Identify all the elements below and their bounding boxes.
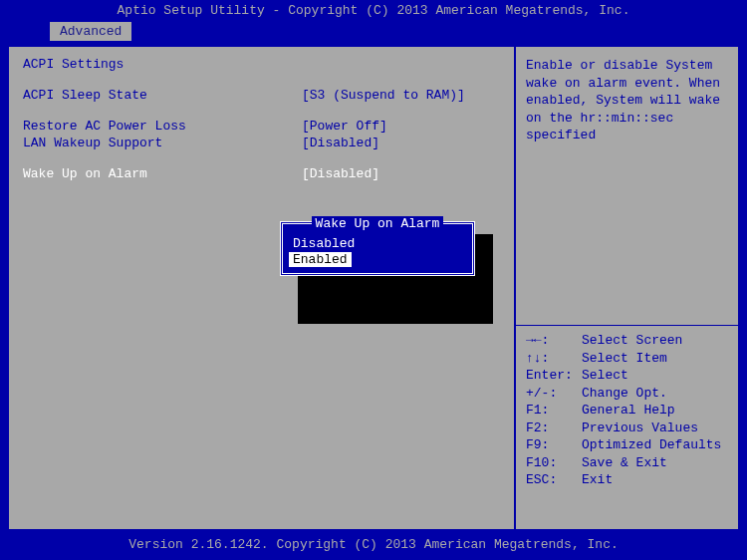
popup-wake-up-on-alarm: Wake Up on Alarm Disabled Enabled: [280, 221, 475, 276]
panel-divider: [516, 325, 738, 326]
popup-title: Wake Up on Alarm: [289, 216, 466, 231]
nav-select-item: ↑↓:Select Item: [526, 350, 728, 368]
row-wake-up-on-alarm[interactable]: Wake Up on Alarm [Disabled]: [23, 166, 500, 181]
main-frame: ACPI Settings ACPI Sleep State [S3 (Susp…: [6, 44, 741, 532]
setting-label: ACPI Sleep State: [23, 88, 302, 103]
nav-exit: ESC:Exit: [526, 471, 728, 489]
row-acpi-sleep-state[interactable]: ACPI Sleep State [S3 (Suspend to RAM)]: [23, 88, 500, 103]
nav-previous-values: F2:Previous Values: [526, 420, 728, 437]
setting-value: [Disabled]: [302, 136, 379, 150]
row-lan-wakeup-support[interactable]: LAN Wakeup Support [Disabled]: [23, 136, 500, 150]
section-title: ACPI Settings: [23, 57, 500, 72]
settings-panel: ACPI Settings ACPI Sleep State [S3 (Susp…: [8, 46, 515, 530]
popup-option-enabled[interactable]: Enabled: [289, 252, 352, 267]
setting-label: LAN Wakeup Support: [23, 136, 302, 150]
version-footer: Version 2.16.1242. Copyright (C) 2013 Am…: [0, 534, 747, 556]
help-text: Enable or disable System wake on alarm e…: [526, 57, 728, 144]
popup-option-disabled[interactable]: Disabled: [289, 235, 466, 252]
setting-label: Wake Up on Alarm: [23, 166, 302, 181]
utility-header: Aptio Setup Utility - Copyright (C) 2013…: [0, 0, 747, 22]
row-restore-ac-power-loss[interactable]: Restore AC Power Loss [Power Off]: [23, 119, 500, 134]
help-panel: Enable or disable System wake on alarm e…: [515, 46, 739, 530]
tab-advanced[interactable]: Advanced: [50, 22, 131, 41]
nav-optimized-defaults: F9:Optimized Defaults: [526, 436, 728, 454]
setting-label: Restore AC Power Loss: [23, 119, 302, 134]
nav-select-screen: →←:Select Screen: [526, 332, 728, 350]
nav-general-help: F1:General Help: [526, 402, 728, 420]
setting-value: [S3 (Suspend to RAM)]: [302, 88, 465, 103]
navigation-help: →←:Select Screen ↑↓:Select Item Enter:Se…: [526, 332, 728, 489]
setting-value: [Disabled]: [302, 166, 379, 181]
setting-value: [Power Off]: [302, 119, 387, 134]
nav-enter: Enter:Select: [526, 367, 728, 385]
nav-save-exit: F10:Save & Exit: [526, 454, 728, 472]
nav-change-opt: +/-:Change Opt.: [526, 385, 728, 403]
tab-bar: Advanced: [0, 22, 747, 42]
